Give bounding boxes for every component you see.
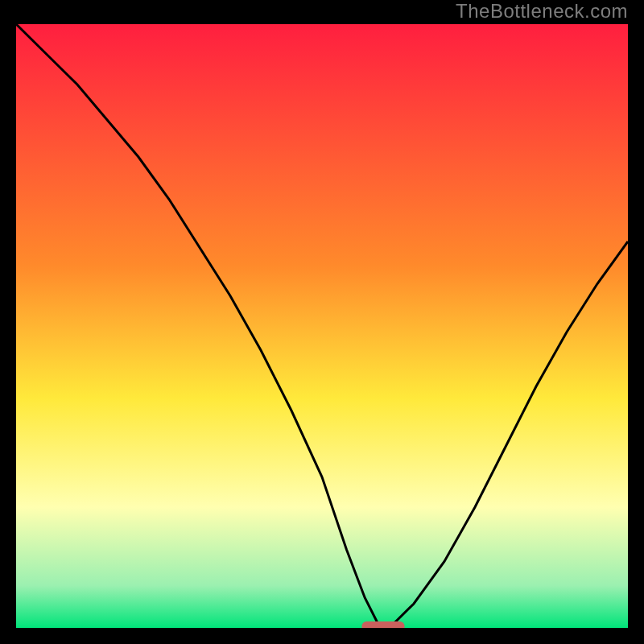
chart-frame: TheBottleneck.com bbox=[0, 0, 644, 644]
minimum-pill-marker bbox=[361, 621, 404, 628]
gradient-background bbox=[16, 24, 628, 628]
plot-svg bbox=[16, 24, 628, 628]
watermark-text: TheBottleneck.com bbox=[456, 0, 628, 23]
gradient-plot bbox=[16, 24, 628, 628]
